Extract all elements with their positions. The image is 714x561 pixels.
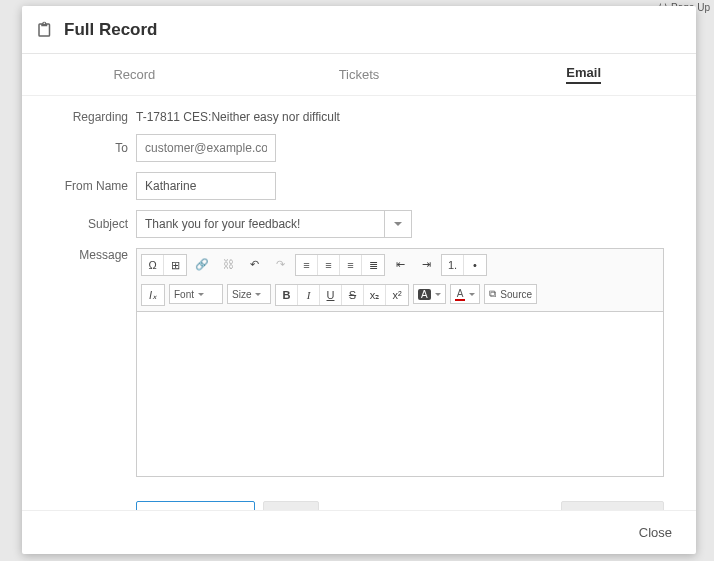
- chevron-down-icon: [469, 293, 475, 296]
- redo-button[interactable]: ↷: [269, 254, 291, 274]
- row-message: Message Ω ⊞ 🔗 ⛓ ↶ ↷ ≡ ≡: [50, 248, 668, 477]
- subject-input[interactable]: [136, 210, 384, 238]
- special-char-button[interactable]: Ω: [142, 255, 164, 275]
- tab-tickets[interactable]: Tickets: [247, 54, 472, 95]
- chevron-down-icon: [255, 293, 261, 296]
- row-regarding: Regarding T-17811 CES:Neither easy nor d…: [50, 110, 668, 124]
- align-justify-button[interactable]: ≣: [362, 255, 384, 275]
- link-button[interactable]: 🔗: [191, 254, 213, 274]
- clipboard-icon: [36, 21, 54, 39]
- font-family-select[interactable]: Font: [169, 284, 223, 304]
- tab-email[interactable]: Email: [471, 54, 696, 95]
- tab-email-label: Email: [566, 65, 601, 84]
- size-select-label: Size: [232, 289, 251, 300]
- label-message: Message: [50, 248, 128, 262]
- unordered-list-button[interactable]: •: [464, 255, 486, 275]
- text-color-icon: A: [455, 288, 466, 301]
- tab-record-label: Record: [113, 67, 155, 82]
- clear-formatting-button[interactable]: Iₓ: [142, 285, 164, 305]
- modal-header: Full Record: [22, 6, 696, 54]
- regarding-value: T-17811 CES:Neither easy nor difficult: [136, 110, 340, 124]
- align-left-button[interactable]: ≡: [296, 255, 318, 275]
- editor-toolbar: Ω ⊞ 🔗 ⛓ ↶ ↷ ≡ ≡ ≡ ≣ ⇤: [137, 249, 663, 312]
- subject-field: [136, 210, 412, 238]
- subscript-button[interactable]: x₂: [364, 285, 386, 305]
- row-subject: Subject: [50, 210, 668, 238]
- unlink-button[interactable]: ⛓: [217, 254, 239, 274]
- label-subject: Subject: [50, 217, 128, 231]
- source-icon: ⧉: [489, 288, 496, 300]
- full-record-modal: Full Record Record Tickets Email Regardi…: [22, 6, 696, 554]
- modal-title: Full Record: [64, 20, 158, 40]
- bg-color-select[interactable]: A: [413, 284, 446, 304]
- italic-button[interactable]: I: [298, 285, 320, 305]
- undo-button[interactable]: ↶: [243, 254, 265, 274]
- ordered-list-button[interactable]: 1.: [442, 255, 464, 275]
- outdent-button[interactable]: ⇤: [389, 254, 411, 274]
- modal-tabs: Record Tickets Email: [22, 54, 696, 96]
- label-regarding: Regarding: [50, 110, 128, 124]
- bg-color-icon: A: [418, 289, 431, 300]
- action-bar: Load Message Send Email: [136, 501, 664, 510]
- subject-dropdown-button[interactable]: [384, 210, 412, 238]
- chevron-down-icon: [198, 293, 204, 296]
- rich-text-editor: Ω ⊞ 🔗 ⛓ ↶ ↷ ≡ ≡ ≡ ≣ ⇤: [136, 248, 664, 477]
- row-actions: Load Message Send Email: [50, 487, 668, 510]
- align-center-button[interactable]: ≡: [318, 255, 340, 275]
- secondary-dropdown-button[interactable]: [263, 501, 319, 510]
- font-size-select[interactable]: Size: [227, 284, 271, 304]
- label-from-name: From Name: [50, 179, 128, 193]
- modal-footer: Close: [22, 510, 696, 554]
- tab-tickets-label: Tickets: [339, 67, 380, 82]
- message-textarea[interactable]: [137, 312, 663, 476]
- bold-button[interactable]: B: [276, 285, 298, 305]
- label-to: To: [50, 141, 128, 155]
- from-name-input[interactable]: [136, 172, 276, 200]
- row-from-name: From Name: [50, 172, 668, 200]
- text-color-select[interactable]: A: [450, 284, 481, 304]
- tab-record[interactable]: Record: [22, 54, 247, 95]
- modal-body: Regarding T-17811 CES:Neither easy nor d…: [22, 96, 696, 510]
- source-button[interactable]: ⧉Source: [484, 284, 537, 304]
- row-to: To: [50, 134, 668, 162]
- close-button[interactable]: Close: [639, 525, 672, 540]
- to-input[interactable]: [136, 134, 276, 162]
- align-right-button[interactable]: ≡: [340, 255, 362, 275]
- load-message-button[interactable]: Load Message: [136, 501, 255, 510]
- font-select-label: Font: [174, 289, 194, 300]
- indent-button[interactable]: ⇥: [415, 254, 437, 274]
- source-label: Source: [500, 289, 532, 300]
- send-email-button[interactable]: Send Email: [561, 501, 664, 510]
- page-backdrop: ⟨ ⟩ Page Up Full Record Record Tickets E…: [0, 0, 714, 561]
- superscript-button[interactable]: x²: [386, 285, 408, 305]
- underline-button[interactable]: U: [320, 285, 342, 305]
- chevron-down-icon: [394, 222, 402, 226]
- strikethrough-button[interactable]: S: [342, 285, 364, 305]
- insert-table-button[interactable]: ⊞: [164, 255, 186, 275]
- chevron-down-icon: [435, 293, 441, 296]
